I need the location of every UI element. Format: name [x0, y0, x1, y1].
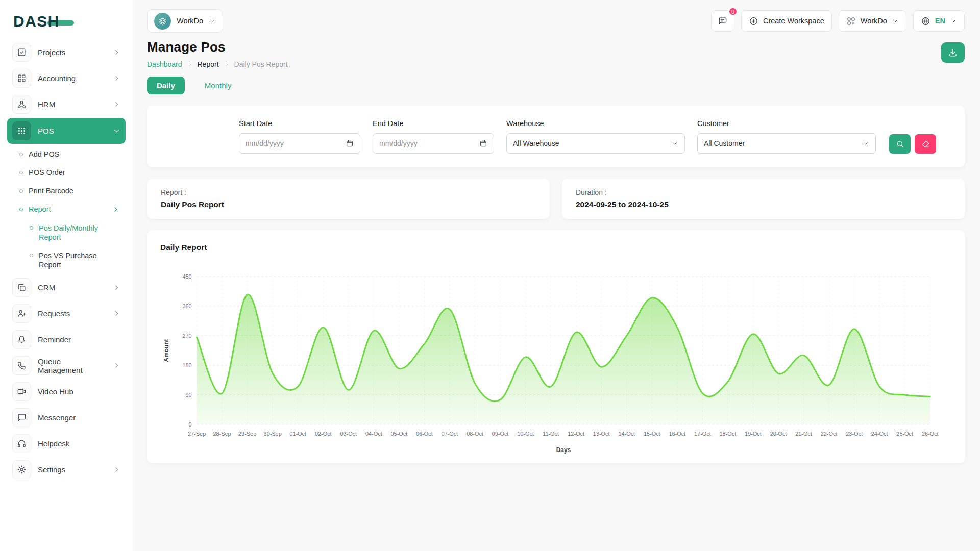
svg-text:360: 360 [182, 303, 191, 309]
svg-text:21-Oct: 21-Oct [795, 431, 812, 437]
sidebar-item-queue-management[interactable]: Queue Management [7, 353, 126, 378]
sidebar-item-pos-vs-purchase-report[interactable]: Pos VS Purchase Report [7, 246, 126, 274]
page-header: Manage Pos DashboardReportDaily Pos Repo… [147, 39, 965, 68]
report-summary-value: Daily Pos Report [161, 200, 536, 209]
sidebar-item-reminder[interactable]: Reminder [7, 327, 126, 352]
hrm-icon [12, 95, 31, 114]
search-icon [896, 140, 904, 148]
sidebar-item-video-hub[interactable]: Video Hub [7, 379, 126, 404]
sidebar-item-label: Projects [38, 48, 106, 57]
sidebar-item-projects[interactable]: Projects [7, 40, 126, 65]
sidebar-item-helpdesk[interactable]: Helpdesk [7, 431, 126, 456]
reset-button[interactable] [915, 134, 936, 154]
start-date-input[interactable] [239, 133, 360, 154]
download-icon [948, 47, 958, 58]
bullet-icon [19, 153, 23, 156]
workspace-name: WorkDo [177, 17, 203, 25]
sidebar-item-accounting[interactable]: Accounting [7, 66, 126, 91]
warehouse-field: Warehouse All Warehouse [506, 119, 685, 154]
logo-text: DASH [13, 13, 60, 30]
create-workspace-label: Create Workspace [763, 17, 824, 25]
app-logo[interactable]: DASH [7, 8, 66, 35]
calendar-icon[interactable] [346, 139, 354, 147]
customer-field: Customer All Customer [697, 119, 876, 154]
breadcrumb-item[interactable]: Dashboard [147, 60, 182, 68]
download-button[interactable] [941, 42, 965, 63]
pos-icon [12, 121, 31, 140]
end-date-field: End Date [373, 119, 494, 154]
svg-text:03-Oct: 03-Oct [340, 431, 357, 437]
sidebar-item-label: HRM [38, 100, 106, 109]
end-date-text[interactable] [379, 139, 475, 147]
bullet-icon [19, 171, 23, 174]
chevron-down-icon [671, 140, 678, 147]
customer-label: Customer [697, 119, 876, 128]
chart-title: Daily Report [160, 243, 951, 252]
reset-icon [921, 140, 930, 148]
sidebar-item-label: Video Hub [38, 387, 120, 396]
sidebar-item-messenger[interactable]: Messenger [7, 405, 126, 430]
svg-text:14-Oct: 14-Oct [618, 431, 635, 437]
sidebar-nav: ProjectsAccountingHRMPOSAdd POSPOS Order… [7, 40, 126, 482]
sidebar-item-requests[interactable]: Requests [7, 301, 126, 326]
chevron-right-icon [113, 74, 120, 82]
svg-text:04-Oct: 04-Oct [365, 431, 382, 437]
chevron-right-icon [187, 61, 193, 67]
customer-select[interactable]: All Customer [697, 133, 876, 154]
svg-text:25-Oct: 25-Oct [896, 431, 913, 437]
sidebar-item-hrm[interactable]: HRM [7, 92, 126, 117]
svg-text:12-Oct: 12-Oct [568, 431, 584, 437]
sidebar-item-print-barcode[interactable]: Print Barcode [7, 182, 126, 200]
sidebar-item-label: Helpdesk [38, 439, 120, 448]
language-selector[interactable]: EN [913, 10, 965, 32]
create-workspace-button[interactable]: Create Workspace [741, 10, 832, 32]
sidebar-item-report[interactable]: Report [7, 200, 126, 218]
sidebar-item-crm[interactable]: CRM [7, 275, 126, 300]
topbar-actions: 0 Create Workspace WorkDo EN [711, 10, 965, 32]
tab-daily[interactable]: Daily [147, 77, 185, 94]
settings-icon [12, 460, 31, 479]
sidebar-item-label: CRM [38, 283, 106, 292]
topbar: WorkDo 0 Create Workspace WorkDo EN [147, 7, 965, 35]
sidebar-item-pos[interactable]: POS [7, 118, 126, 144]
accounting-icon [12, 69, 31, 88]
sidebar-item-pos-order[interactable]: POS Order [7, 163, 126, 182]
filter-card: Start Date End Date Warehouse All Wareho… [147, 106, 965, 167]
chevron-right-icon [224, 61, 230, 67]
workspace-menu-button[interactable]: WorkDo [839, 10, 906, 32]
svg-text:0: 0 [189, 421, 192, 428]
sidebar: DASH ProjectsAccountingHRMPOSAdd POSPOS … [0, 0, 133, 484]
sidebar-item-add-pos[interactable]: Add POS [7, 145, 126, 163]
tab-monthly[interactable]: Monthly [195, 77, 241, 94]
sidebar-item-label: Reminder [38, 335, 120, 344]
sidebar-item-label: Pos VS Purchase Report [39, 251, 119, 269]
sidebar-item-label: Requests [38, 309, 106, 318]
svg-text:24-Oct: 24-Oct [871, 431, 888, 437]
stack-icon [158, 17, 167, 26]
calendar-icon[interactable] [479, 139, 487, 147]
sidebar-item-pos-daily-monthly-report[interactable]: Pos Daily/Monthly Report [7, 219, 126, 246]
queue-icon [12, 356, 31, 375]
messages-button[interactable]: 0 [711, 10, 734, 32]
sidebar-item-settings[interactable]: Settings [7, 457, 126, 482]
chevron-down-icon [209, 17, 216, 24]
workspace-menu-label: WorkDo [861, 17, 887, 25]
sidebar-item-label: Messenger [38, 413, 120, 422]
breadcrumb-item[interactable]: Report [198, 60, 219, 68]
svg-text:01-Oct: 01-Oct [289, 431, 306, 437]
start-date-text[interactable] [246, 139, 341, 147]
svg-text:27-Sep: 27-Sep [188, 431, 206, 437]
end-date-input[interactable] [373, 133, 494, 154]
warehouse-select[interactable]: All Warehouse [506, 133, 685, 154]
sidebar-item-label: POS Order [29, 168, 65, 177]
search-button[interactable] [889, 134, 911, 154]
svg-text:20-Oct: 20-Oct [770, 431, 787, 437]
workspace-selector[interactable]: WorkDo [147, 9, 223, 33]
svg-text:07-Oct: 07-Oct [442, 431, 458, 437]
warehouse-label: Warehouse [506, 119, 685, 128]
report-tabs: DailyMonthly [147, 77, 965, 94]
svg-text:18-Oct: 18-Oct [720, 431, 737, 437]
daily-report-chart: 27-Sep28-Sep29-Sep30-Sep01-Oct02-Oct03-O… [160, 267, 951, 456]
sidebar-item-label: Print Barcode [29, 186, 74, 195]
chevron-right-icon [113, 310, 120, 317]
